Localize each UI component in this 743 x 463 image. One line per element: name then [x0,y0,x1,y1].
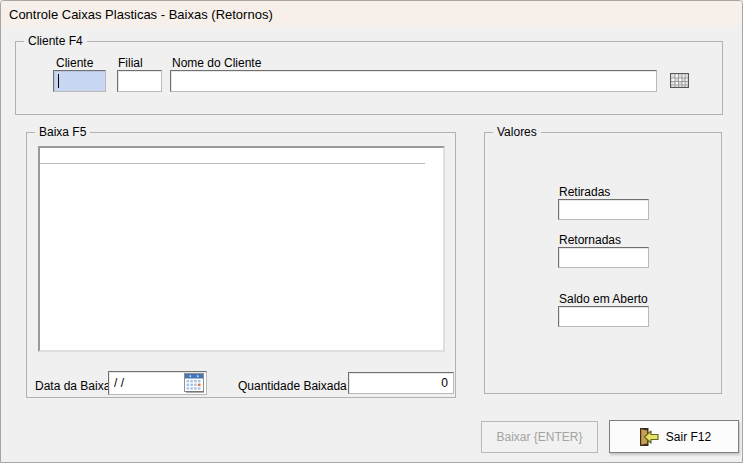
retornadas-label: Retornadas [559,233,621,247]
retiradas-input[interactable] [558,199,649,220]
grid-table-icon [670,76,689,91]
sair-button[interactable]: Sair F12 [609,420,739,453]
data-baixa-label: Data da Baixa [35,379,110,393]
cliente-group-legend: Cliente F4 [24,34,87,48]
data-baixa-field [108,371,207,395]
window-title: Controle Caixas Plasticas - Baixas (Reto… [9,7,273,22]
baixa-list[interactable] [38,146,445,352]
window-titlebar[interactable]: Controle Caixas Plasticas - Baixas (Reto… [1,1,742,27]
quantidade-label: Quantidade Baixada [238,379,347,393]
exit-door-arrow-icon [637,427,659,447]
filial-input[interactable] [117,70,162,92]
app-window: Controle Caixas Plasticas - Baixas (Reto… [0,0,743,463]
cliente-input[interactable] [53,70,106,92]
calendar-button[interactable] [184,373,205,393]
retornadas-input[interactable] [558,247,649,268]
baixa-group: Baixa F5 Data da Baixa [26,132,456,398]
quantidade-input[interactable] [348,372,454,394]
valores-group-legend: Valores [493,125,541,139]
text-caret [58,74,59,88]
baixa-group-legend: Baixa F5 [35,125,90,139]
list-header-divider [40,163,425,164]
nome-cliente-input[interactable] [170,70,657,92]
cliente-label: Cliente [56,56,93,70]
cliente-group: Cliente F4 Cliente Filial Nome do Client… [15,41,723,115]
filial-label: Filial [118,56,143,70]
cliente-lookup-button[interactable] [669,73,689,89]
saldo-aberto-label: Saldo em Aberto [559,292,648,306]
saldo-aberto-input[interactable] [558,306,649,327]
baixar-button[interactable]: Baixar {ENTER} [481,421,598,453]
retiradas-label: Retiradas [559,185,610,199]
valores-group: Valores Retiradas Retornadas Saldo em Ab… [484,132,722,394]
calendar-date-picker-icon [184,381,205,396]
nome-cliente-label: Nome do Cliente [172,56,261,70]
